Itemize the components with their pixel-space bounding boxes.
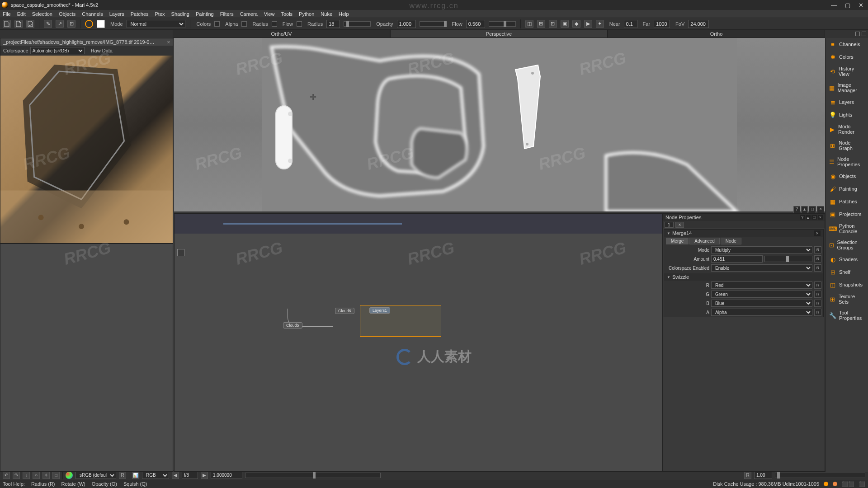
opacity-input[interactable] [397, 20, 416, 28]
sidebar-item-layers[interactable]: ≣Layers [826, 96, 868, 108]
colors-checkbox[interactable] [214, 21, 220, 27]
tool-icon-x1[interactable]: ○ [33, 472, 40, 479]
menu-file[interactable]: File [3, 11, 11, 17]
prev-icon[interactable]: ◀ [172, 472, 179, 479]
sidebar-item-nodeprops[interactable]: ☰Node Properties [826, 154, 868, 170]
radius-checkbox[interactable] [272, 21, 277, 27]
nodegraph-button[interactable] [177, 249, 184, 256]
node-group-selected[interactable]: Layers1 [360, 305, 441, 337]
redo-icon[interactable]: ↷ [13, 472, 20, 479]
sidebar-item-lights[interactable]: 💡Lights [826, 108, 868, 121]
sidebar-item-colors[interactable]: ✱Colors [826, 51, 868, 63]
panel-toggle-icon[interactable] [855, 32, 860, 36]
image-tab[interactable]: _projectFiles/ref/shadows_highlights_rem… [0, 38, 173, 46]
menu-objects[interactable]: Objects [59, 11, 75, 17]
undo-icon[interactable]: ↶ [3, 472, 10, 479]
menu-painting[interactable]: Painting [196, 11, 214, 17]
menu-view[interactable]: View [264, 11, 275, 17]
menu-selection[interactable]: Selection [32, 11, 52, 17]
sidebar-item-selection[interactable]: ⊡Selection Groups [826, 237, 868, 253]
toolbar-icon-g[interactable]: ✦ [596, 20, 604, 28]
tab-perspective[interactable]: Perspective [390, 30, 608, 38]
panel-toggle-icon-2[interactable] [862, 32, 866, 36]
subtab-merge[interactable]: Merge [666, 238, 689, 244]
gamma-slider[interactable] [245, 473, 381, 478]
g-select[interactable]: Green [711, 291, 812, 298]
amount-input[interactable] [711, 255, 763, 263]
np-max-icon[interactable]: □ [811, 215, 816, 220]
tool-icon-1[interactable]: ✎ [44, 20, 52, 28]
a-select[interactable]: Alpha [711, 309, 812, 316]
menu-layers[interactable]: Layers [109, 11, 124, 17]
value-input[interactable] [754, 472, 772, 479]
menu-tools[interactable]: Tools [281, 11, 292, 17]
gamma-input[interactable] [211, 472, 242, 479]
save-icon[interactable] [26, 20, 34, 28]
radius-input[interactable] [326, 20, 340, 28]
color-ball-icon[interactable] [66, 472, 73, 479]
flow-input[interactable] [466, 20, 485, 28]
sidebar-item-image-manager[interactable]: ▦Image Manager [826, 80, 868, 96]
menu-camera[interactable]: Camera [240, 11, 258, 17]
menu-edit[interactable]: Edit [17, 11, 26, 17]
sidebar-item-projectors[interactable]: ▣Projectors [826, 208, 868, 221]
brush-ring-icon[interactable] [85, 20, 93, 28]
vp-up-icon[interactable]: ▴ [801, 206, 808, 213]
rgb-select[interactable]: RGB [142, 472, 169, 479]
near-input[interactable] [624, 20, 637, 28]
tab-ortho-uv[interactable]: Ortho/UV [173, 30, 390, 38]
down-icon[interactable]: ↓ [23, 472, 30, 479]
menu-filters[interactable]: Filters [220, 11, 234, 17]
vp-close-icon[interactable]: × [817, 206, 824, 213]
sidebar-item-modo[interactable]: ▶Modo Render [826, 121, 868, 137]
toolbar-icon-b[interactable]: ⊞ [537, 20, 545, 28]
sidebar-item-python[interactable]: ⌨Python Console [826, 221, 868, 237]
sidebar-item-painting[interactable]: 🖌Painting [826, 183, 868, 195]
minimize-button[interactable]: — [831, 2, 837, 9]
tool-icon-2[interactable]: ↗ [56, 20, 64, 28]
fstop-input[interactable] [182, 472, 198, 479]
cs-select[interactable]: Enable [711, 264, 812, 272]
toolbar-icon-d[interactable]: ▣ [561, 20, 569, 28]
opacity-slider[interactable] [420, 21, 447, 27]
node-layers1[interactable]: Layers1 [369, 307, 390, 314]
flow-checkbox[interactable] [297, 21, 302, 27]
menu-ptex[interactable]: Ptex [155, 11, 165, 17]
tool-icon-3[interactable]: ⊡ [67, 20, 75, 28]
sidebar-item-shelf[interactable]: ⊞Shelf [826, 266, 868, 278]
fov-input[interactable] [688, 20, 709, 28]
node-cloud6[interactable]: Cloud6 [335, 308, 354, 314]
sidebar-item-patches[interactable]: ▦Patches [826, 195, 868, 208]
menu-patches[interactable]: Patches [131, 11, 149, 17]
tool-icon-x3[interactable]: □ [52, 472, 60, 479]
image-tab-close-icon[interactable]: × [167, 39, 170, 45]
np-up-icon[interactable]: ▴ [806, 215, 811, 220]
subtab-advanced[interactable]: Advanced [689, 238, 719, 244]
sidebar-item-shaders[interactable]: ◐Shaders [826, 253, 868, 266]
r-button-2[interactable]: R [744, 472, 751, 479]
reset-button[interactable]: R [814, 291, 821, 298]
tool-icon-x2[interactable]: ✧ [42, 472, 50, 479]
reset-button[interactable]: R [814, 282, 821, 289]
node-cloud5[interactable]: Cloud5 [283, 322, 302, 328]
sidebar-item-history[interactable]: ⟲History View [826, 63, 868, 80]
subtab-node[interactable]: Node [721, 238, 741, 244]
histogram-icon[interactable]: 📊 [132, 472, 139, 479]
sidebar-item-texturesets[interactable]: ⊞Texture Sets [826, 291, 868, 307]
b-select[interactable]: Blue [711, 300, 812, 307]
menu-shading[interactable]: Shading [171, 11, 189, 17]
node-graph-panel[interactable]: Cloud5 Cloud6 Layers1 [174, 213, 705, 472]
sidebar-item-nodegraph[interactable]: ⊞Node Graph [826, 137, 868, 154]
colorspace-select-bottom[interactable]: sRGB (default) [75, 472, 116, 479]
amount-slider[interactable] [764, 256, 812, 262]
section-header[interactable]: Merge14 [672, 230, 692, 236]
r-select[interactable]: Red [711, 282, 812, 289]
toolbar-icon-e[interactable]: ◆ [572, 20, 580, 28]
menu-python[interactable]: Python [299, 11, 314, 17]
alpha-checkbox[interactable] [241, 21, 247, 27]
menu-nuke[interactable]: Nuke [321, 11, 332, 17]
mode-select[interactable]: Normal [127, 20, 185, 28]
sidebar-item-toolprops[interactable]: 🔧Tool Properties [826, 307, 868, 324]
sidebar-item-channels[interactable]: ≡Channels [826, 38, 868, 51]
maximize-button[interactable]: ▢ [845, 2, 850, 9]
